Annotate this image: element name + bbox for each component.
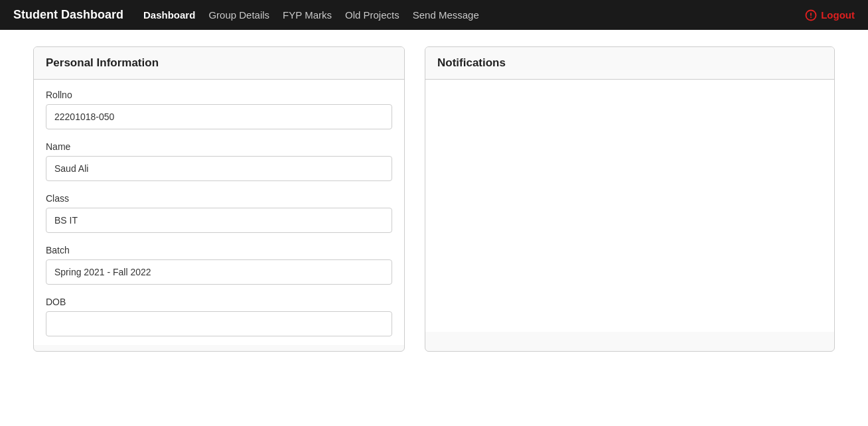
input-name[interactable] — [46, 156, 392, 181]
field-name: Name — [46, 141, 392, 181]
field-dob: DOB — [46, 297, 392, 336]
main-content: Personal Information RollnoNameClassBatc… — [0, 30, 868, 368]
field-batch: Batch — [46, 245, 392, 285]
navbar: Student Dashboard DashboardGroup Details… — [0, 0, 868, 30]
nav-links: DashboardGroup DetailsFYP MarksOld Proje… — [143, 9, 805, 21]
notifications-body — [425, 80, 834, 332]
field-class: Class — [46, 193, 392, 233]
navbar-brand: Student Dashboard — [13, 8, 123, 22]
logout-button[interactable]: Logout — [805, 9, 855, 21]
label-class: Class — [46, 193, 392, 204]
input-batch[interactable] — [46, 259, 392, 285]
nav-link-old-projects[interactable]: Old Projects — [345, 9, 399, 21]
label-batch: Batch — [46, 245, 392, 255]
notifications-title: Notifications — [425, 47, 834, 80]
notifications-card: Notifications — [425, 46, 835, 352]
personal-info-card: Personal Information RollnoNameClassBatc… — [33, 46, 405, 352]
input-rollno[interactable] — [46, 104, 392, 129]
field-rollno: Rollno — [46, 90, 392, 129]
input-dob[interactable] — [46, 311, 392, 336]
personal-info-body: RollnoNameClassBatchDOB — [34, 80, 404, 345]
nav-link-fyp-marks[interactable]: FYP Marks — [283, 9, 332, 21]
label-rollno: Rollno — [46, 90, 392, 100]
nav-link-group-details[interactable]: Group Details — [208, 9, 269, 21]
label-dob: DOB — [46, 297, 392, 307]
label-name: Name — [46, 141, 392, 152]
personal-info-title: Personal Information — [34, 47, 404, 80]
nav-link-send-message[interactable]: Send Message — [413, 9, 479, 21]
logout-icon — [805, 9, 817, 21]
input-class[interactable] — [46, 208, 392, 233]
nav-link-dashboard[interactable]: Dashboard — [143, 9, 195, 21]
logout-label: Logout — [821, 9, 855, 21]
